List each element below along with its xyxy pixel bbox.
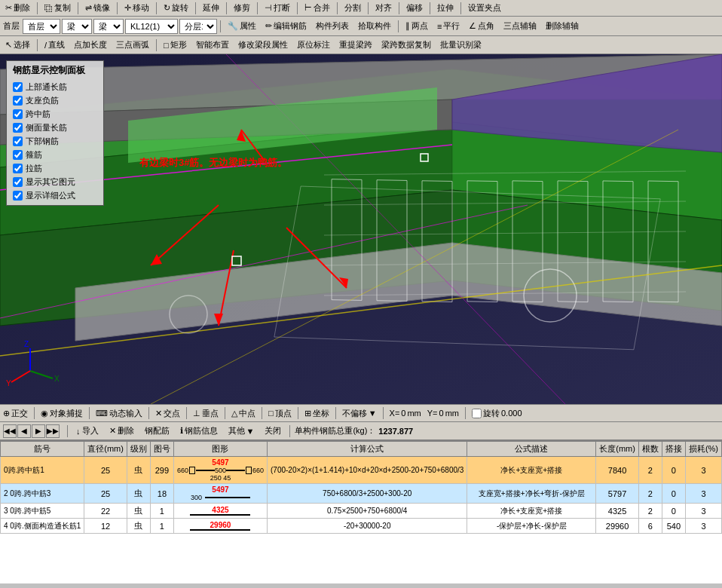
close-btn[interactable]: 关闭 [261, 424, 285, 438]
checkbox-side-rebar[interactable] [13, 123, 23, 133]
batch-identify-btn[interactable]: 批量识别梁 [436, 38, 485, 52]
cell-dia: 12 [84, 519, 127, 534]
table-row[interactable]: 2 0跨.跨中筋3 25 虫 18 5497 300 750+6800/3+25… [1, 484, 722, 504]
rect-btn[interactable]: □ 矩形 [160, 38, 191, 52]
merge-btn[interactable]: ⊢ 合并 [301, 1, 334, 15]
sep-t2-2 [398, 20, 399, 32]
nav-next-btn[interactable]: ▶ [32, 424, 45, 438]
cell-formula: 750+6800/3+2500+300-20 [268, 484, 467, 504]
checkbox-stirrup[interactable] [13, 150, 23, 160]
perp-item[interactable]: ⊥ 垂点 [193, 408, 219, 419]
angle-btn[interactable]: ∠ 点角 [465, 19, 498, 33]
component-list-btn[interactable]: 构件列表 [312, 19, 353, 33]
cell-desc: -保护层+净长-保护层 [467, 519, 596, 534]
checkbox-detail-formula[interactable] [13, 191, 23, 201]
nav-last-btn[interactable]: ▶▶ [46, 424, 60, 438]
re-span-btn[interactable]: 重提梁跨 [335, 38, 376, 52]
nav-first-btn[interactable]: ◀◀ [3, 424, 17, 438]
point-length-btn[interactable]: 点加长度 [70, 38, 111, 52]
modify-segment-btn[interactable]: 修改梁段属性 [234, 38, 292, 52]
copy-span-btn[interactable]: 梁跨数据复制 [378, 38, 435, 52]
three-point-axis-btn[interactable]: 三点辅轴 [500, 19, 540, 33]
coord-item[interactable]: ⊞ 坐标 [304, 408, 329, 419]
viewport-3d[interactable]: Z X Y 钢筋显示控制面板 上部通长筋 支座负筋 跨中筋 侧面量长筋 下部钢筋 [0, 54, 722, 404]
move-icon: ✛ [124, 3, 131, 13]
edit-rebar-btn[interactable]: ✏ 编辑钢筋 [262, 19, 311, 33]
panel-item-3[interactable]: 侧面量长筋 [13, 121, 97, 134]
no-offset-item[interactable]: 不偏移 ▼ [342, 408, 377, 419]
label-detail-formula: 显示详细公式 [26, 188, 75, 202]
no-offset-label: 不偏移 [342, 408, 367, 419]
table-row[interactable]: 0跨.跨中筋1 25 虫 299 5497 660 500 [1, 457, 722, 484]
rebar-info-btn[interactable]: ℹ 钢筋信息 [176, 424, 222, 438]
other-btn[interactable]: 其他 ▼ [225, 424, 259, 438]
pick-component-btn[interactable]: 拾取构件 [354, 19, 395, 33]
in-situ-mark-btn[interactable]: 原位标注 [293, 38, 334, 52]
extend-btn[interactable]: 延伸 [199, 1, 223, 15]
midpoint-icon: △ [231, 409, 237, 418]
panel-item-5[interactable]: 箍筋 [13, 148, 97, 161]
span-select[interactable]: 分层1 [179, 19, 217, 34]
panel-item-0[interactable]: 上部通长筋 [13, 80, 97, 93]
two-point-btn[interactable]: ∥ 两点 [402, 19, 432, 33]
panel-item-2[interactable]: 跨中筋 [13, 107, 97, 121]
rotate-btn[interactable]: ↻ 旋转 [160, 1, 192, 15]
property-btn[interactable]: 🔧 属性 [224, 19, 260, 33]
line-btn[interactable]: / 直线 [41, 38, 69, 52]
x-label: X= [390, 409, 400, 418]
align-btn[interactable]: 对齐 [372, 1, 396, 15]
checkbox-other-elements[interactable] [13, 177, 23, 187]
id-select[interactable]: KL12(1) [125, 19, 178, 34]
checkbox-support-rebar[interactable] [13, 96, 23, 106]
layer-select[interactable]: 首层 [23, 19, 60, 34]
table-row[interactable]: 3 0跨.跨中筋5 22 虫 1 4325 0.75×2500+750+6800… [1, 504, 722, 519]
table-row[interactable]: 4 0跨.侧面构造通长筋1 12 虫 1 29960 -20+30000-20 … [1, 519, 722, 534]
panel-item-8[interactable]: 显示详细公式 [13, 188, 97, 202]
checkbox-midspan-rebar[interactable] [13, 109, 23, 119]
line-icon: / [44, 41, 47, 50]
rebar-layout-btn[interactable]: 钢配筋 [141, 424, 173, 438]
delete-axis-btn[interactable]: 删除辅轴 [542, 19, 583, 33]
mirror-btn[interactable]: ⇌ 镜像 [81, 1, 114, 15]
panel-title: 钢筋显示控制面板 [13, 64, 97, 77]
split-btn[interactable]: 分割 [341, 1, 365, 15]
element-select[interactable]: 梁 [93, 19, 124, 34]
trim-btn[interactable]: 修剪 [230, 1, 254, 15]
rotate-checkbox[interactable] [472, 409, 482, 418]
edit-rebar-icon: ✏ [265, 21, 272, 31]
del-rebar-btn[interactable]: ✕ 删除 [106, 424, 138, 438]
cell-formula: (700-20×2)×(1+1.414)+10×d+20×d+2500-20+7… [268, 457, 467, 484]
nav-prev-btn[interactable]: ◀ [17, 424, 31, 438]
cell-id: 4 0跨.侧面构造通长筋1 [1, 519, 84, 534]
snap-item[interactable]: ◉ 对象捕捉 [41, 408, 83, 419]
import-btn[interactable]: ↓ 导入 [72, 424, 102, 438]
offset-btn[interactable]: 偏移 [402, 1, 427, 15]
panel-item-6[interactable]: 拉筋 [13, 161, 97, 175]
vertex-item[interactable]: □ 顶点 [268, 408, 292, 419]
break-btn[interactable]: ⊣ 打断 [261, 1, 294, 15]
midpoint-item[interactable]: △ 中点 [231, 408, 255, 419]
checkbox-top-rebar[interactable] [13, 82, 23, 92]
dynamic-input-item[interactable]: ⌨ 动态输入 [96, 408, 142, 419]
type-select[interactable]: 梁 [62, 19, 92, 34]
intersection-item[interactable]: ✕ 交点 [155, 408, 180, 419]
copy-icon: ⿻ [44, 4, 53, 13]
move-btn[interactable]: ✛ 移动 [121, 1, 153, 15]
checkbox-tie-rebar[interactable] [13, 164, 23, 173]
panel-item-1[interactable]: 支座负筋 [13, 93, 97, 107]
delete-btn[interactable]: ✂ 删除 [2, 1, 34, 15]
rebar-table-area[interactable]: 筋号 直径(mm) 级别 图号 图形 计算公式 公式描述 长度(mm) 根数 搭… [0, 440, 722, 583]
stretch-btn[interactable]: 拉伸 [433, 1, 457, 15]
three-point-arc-btn[interactable]: 三点画弧 [112, 38, 153, 52]
set-grip-btn[interactable]: 设置夹点 [464, 1, 505, 15]
panel-item-7[interactable]: 显示其它图元 [13, 175, 97, 188]
smart-layout-btn[interactable]: 智能布置 [192, 38, 233, 52]
parallel-btn[interactable]: ≡ 平行 [433, 19, 463, 33]
layer-label: 首层 [2, 20, 21, 32]
panel-item-4[interactable]: 下部钢筋 [13, 134, 97, 148]
checkbox-bottom-rebar[interactable] [13, 136, 23, 146]
select-btn[interactable]: ↖ 选择 [2, 38, 34, 52]
copy-btn[interactable]: ⿻ 复制 [41, 1, 75, 15]
sep-t3-1 [37, 39, 38, 51]
ortho-item[interactable]: ⊕ 正交 [3, 408, 28, 419]
